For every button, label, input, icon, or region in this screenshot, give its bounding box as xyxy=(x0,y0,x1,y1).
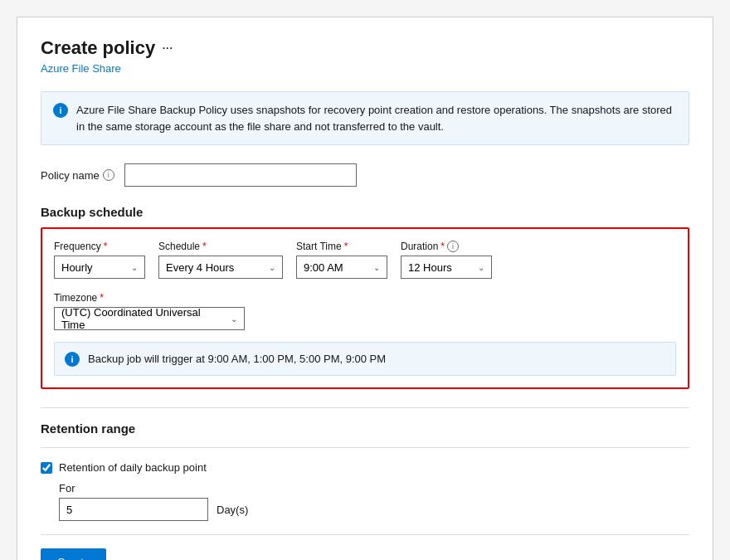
timezone-group: Timezone * (UTC) Coordinated Universal T… xyxy=(54,292,245,330)
create-button[interactable]: Create xyxy=(41,548,106,560)
policy-name-input[interactable] xyxy=(124,163,357,187)
frequency-required: * xyxy=(104,241,108,252)
for-row: Day(s) xyxy=(59,498,689,521)
for-value-input[interactable] xyxy=(59,498,208,521)
schedule-chevron-icon: ⌄ xyxy=(269,263,275,272)
duration-info-icon[interactable]: i xyxy=(447,241,459,252)
daily-retention-label: Retention of daily backup point xyxy=(59,461,207,474)
retention-range-title: Retention range xyxy=(41,421,689,436)
trigger-info-banner: i Backup job will trigger at 9:00 AM, 1:… xyxy=(54,342,676,376)
backup-schedule-box: Frequency * Hourly ⌄ Schedule * Every 4 … xyxy=(41,227,689,389)
start-time-required: * xyxy=(344,241,348,252)
duration-value: 12 Hours xyxy=(408,261,452,274)
page-title: Create policy xyxy=(41,37,155,59)
start-time-value: 9:00 AM xyxy=(304,261,343,274)
for-label: For xyxy=(59,482,689,494)
frequency-label: Frequency * xyxy=(54,241,145,252)
start-time-group: Start Time * 9:00 AM ⌄ xyxy=(296,241,387,279)
daily-retention-checkbox[interactable] xyxy=(41,462,52,474)
trigger-info-text: Backup job will trigger at 9:00 AM, 1:00… xyxy=(88,353,386,365)
start-time-label: Start Time * xyxy=(296,241,387,252)
duration-label: Duration * i xyxy=(401,241,492,252)
frequency-value: Hourly xyxy=(61,261,93,274)
duration-group: Duration * i 12 Hours ⌄ xyxy=(401,241,492,279)
main-window: Create policy ··· Azure File Share i Azu… xyxy=(17,17,713,560)
start-time-dropdown[interactable]: 9:00 AM ⌄ xyxy=(296,256,387,279)
schedule-row: Frequency * Hourly ⌄ Schedule * Every 4 … xyxy=(54,241,676,330)
schedule-label: Schedule * xyxy=(158,241,283,252)
daily-retention-row: Retention of daily backup point xyxy=(41,461,689,474)
timezone-value: (UTC) Coordinated Universal Time xyxy=(61,306,224,331)
policy-name-row: Policy name i xyxy=(41,163,689,187)
days-label: Day(s) xyxy=(217,504,248,516)
retention-divider xyxy=(41,407,689,408)
duration-dropdown[interactable]: 12 Hours ⌄ xyxy=(401,256,492,279)
more-options-icon[interactable]: ··· xyxy=(162,41,173,56)
timezone-chevron-icon: ⌄ xyxy=(231,314,237,324)
info-banner-text: Azure File Share Backup Policy uses snap… xyxy=(76,102,677,134)
timezone-dropdown[interactable]: (UTC) Coordinated Universal Time ⌄ xyxy=(54,307,245,330)
timezone-required: * xyxy=(100,292,104,304)
frequency-group: Frequency * Hourly ⌄ xyxy=(54,241,145,279)
start-time-chevron-icon: ⌄ xyxy=(373,263,380,272)
frequency-dropdown[interactable]: Hourly ⌄ xyxy=(54,256,145,279)
bottom-divider xyxy=(41,534,689,535)
frequency-chevron-icon: ⌄ xyxy=(131,263,138,272)
retention-divider-2 xyxy=(41,447,689,448)
duration-chevron-icon: ⌄ xyxy=(478,263,484,272)
info-banner: i Azure File Share Backup Policy uses sn… xyxy=(41,91,689,145)
policy-name-label: Policy name i xyxy=(41,169,114,182)
timezone-label: Timezone * xyxy=(54,292,245,304)
policy-name-info-icon[interactable]: i xyxy=(103,169,114,181)
schedule-required: * xyxy=(202,241,207,252)
schedule-group: Schedule * Every 4 Hours ⌄ xyxy=(158,241,283,279)
schedule-dropdown[interactable]: Every 4 Hours ⌄ xyxy=(158,256,283,279)
page-subtitle: Azure File Share xyxy=(41,62,689,75)
duration-required: * xyxy=(440,241,445,252)
trigger-info-icon: i xyxy=(65,352,80,367)
schedule-value: Every 4 Hours xyxy=(166,261,234,274)
backup-schedule-title: Backup schedule xyxy=(41,205,689,219)
info-icon: i xyxy=(53,103,68,118)
